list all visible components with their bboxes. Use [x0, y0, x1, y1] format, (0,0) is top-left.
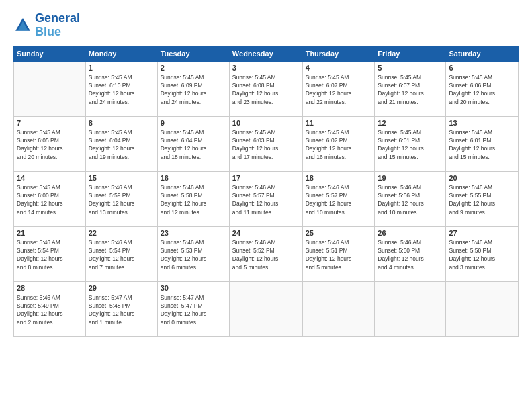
day-number: 24 [232, 229, 300, 237]
calendar-cell: 10Sunrise: 5:45 AMSunset: 6:03 PMDayligh… [229, 116, 302, 171]
calendar-body: 1Sunrise: 5:45 AMSunset: 6:10 PMDaylight… [14, 61, 519, 336]
day-number: 9 [161, 119, 226, 127]
calendar-header: SundayMondayTuesdayWednesdayThursdayFrid… [14, 46, 519, 61]
day-number: 4 [306, 64, 372, 72]
day-number: 28 [17, 284, 83, 292]
day-info: Sunrise: 5:46 AMSunset: 5:50 PMDaylight:… [449, 238, 515, 271]
calendar-cell [446, 281, 519, 336]
calendar-week-row: 1Sunrise: 5:45 AMSunset: 6:10 PMDaylight… [14, 61, 519, 116]
day-number: 19 [378, 174, 443, 182]
header: General Blue [13, 12, 519, 39]
day-number: 22 [89, 229, 154, 237]
day-info: Sunrise: 5:45 AMSunset: 6:07 PMDaylight:… [306, 73, 372, 106]
calendar-cell: 20Sunrise: 5:46 AMSunset: 5:55 PMDayligh… [446, 171, 519, 226]
day-info: Sunrise: 5:46 AMSunset: 5:51 PMDaylight:… [306, 238, 372, 271]
day-info: Sunrise: 5:45 AMSunset: 6:08 PMDaylight:… [232, 73, 300, 106]
calendar-cell [375, 281, 446, 336]
calendar-cell: 2Sunrise: 5:45 AMSunset: 6:09 PMDaylight… [157, 61, 229, 116]
day-info: Sunrise: 5:45 AMSunset: 6:06 PMDaylight:… [449, 73, 515, 106]
day-number: 11 [306, 119, 372, 127]
weekday-header-cell: Tuesday [157, 46, 229, 61]
day-number: 10 [232, 119, 300, 127]
calendar-cell: 4Sunrise: 5:45 AMSunset: 6:07 PMDaylight… [302, 61, 375, 116]
day-info: Sunrise: 5:45 AMSunset: 6:09 PMDaylight:… [161, 73, 226, 106]
calendar-cell: 25Sunrise: 5:46 AMSunset: 5:51 PMDayligh… [302, 226, 375, 281]
day-info: Sunrise: 5:45 AMSunset: 6:04 PMDaylight:… [89, 128, 154, 161]
calendar-cell: 23Sunrise: 5:46 AMSunset: 5:53 PMDayligh… [157, 226, 229, 281]
weekday-header-cell: Wednesday [229, 46, 302, 61]
calendar-cell [14, 61, 86, 116]
calendar-cell: 29Sunrise: 5:47 AMSunset: 5:48 PMDayligh… [85, 281, 157, 336]
day-number: 18 [306, 174, 372, 182]
calendar-cell: 28Sunrise: 5:46 AMSunset: 5:49 PMDayligh… [14, 281, 86, 336]
weekday-header-row: SundayMondayTuesdayWednesdayThursdayFrid… [14, 46, 519, 61]
day-info: Sunrise: 5:45 AMSunset: 6:01 PMDaylight:… [449, 128, 515, 161]
logo: General Blue [13, 12, 80, 39]
day-number: 5 [378, 64, 443, 72]
calendar-cell: 5Sunrise: 5:45 AMSunset: 6:07 PMDaylight… [375, 61, 446, 116]
day-number: 3 [232, 64, 300, 72]
calendar-cell: 14Sunrise: 5:45 AMSunset: 6:00 PMDayligh… [14, 171, 86, 226]
day-number: 25 [306, 229, 372, 237]
day-number: 21 [17, 229, 83, 237]
calendar-cell [302, 281, 375, 336]
weekday-header-cell: Sunday [14, 46, 86, 61]
day-info: Sunrise: 5:45 AMSunset: 6:05 PMDaylight:… [17, 128, 83, 161]
day-number: 17 [232, 174, 300, 182]
day-number: 30 [161, 284, 226, 292]
day-info: Sunrise: 5:45 AMSunset: 6:03 PMDaylight:… [232, 128, 300, 161]
calendar-cell: 15Sunrise: 5:46 AMSunset: 5:59 PMDayligh… [85, 171, 157, 226]
day-number: 1 [89, 64, 154, 72]
weekday-header-cell: Monday [85, 46, 157, 61]
calendar-table: SundayMondayTuesdayWednesdayThursdayFrid… [13, 46, 519, 337]
day-number: 12 [378, 119, 443, 127]
day-info: Sunrise: 5:47 AMSunset: 5:47 PMDaylight:… [161, 293, 226, 326]
day-number: 23 [161, 229, 226, 237]
calendar-cell: 12Sunrise: 5:45 AMSunset: 6:01 PMDayligh… [375, 116, 446, 171]
calendar-cell: 13Sunrise: 5:45 AMSunset: 6:01 PMDayligh… [446, 116, 519, 171]
day-info: Sunrise: 5:46 AMSunset: 5:54 PMDaylight:… [17, 238, 83, 271]
day-info: Sunrise: 5:46 AMSunset: 5:52 PMDaylight:… [232, 238, 300, 271]
day-info: Sunrise: 5:46 AMSunset: 5:56 PMDaylight:… [378, 183, 443, 216]
calendar-week-row: 14Sunrise: 5:45 AMSunset: 6:00 PMDayligh… [14, 171, 519, 226]
calendar-cell: 19Sunrise: 5:46 AMSunset: 5:56 PMDayligh… [375, 171, 446, 226]
day-info: Sunrise: 5:45 AMSunset: 6:07 PMDaylight:… [378, 73, 443, 106]
day-info: Sunrise: 5:46 AMSunset: 5:57 PMDaylight:… [306, 183, 372, 216]
day-number: 8 [89, 119, 154, 127]
calendar-cell: 17Sunrise: 5:46 AMSunset: 5:57 PMDayligh… [229, 171, 302, 226]
calendar-week-row: 7Sunrise: 5:45 AMSunset: 6:05 PMDaylight… [14, 116, 519, 171]
day-info: Sunrise: 5:46 AMSunset: 5:55 PMDaylight:… [449, 183, 515, 216]
day-info: Sunrise: 5:45 AMSunset: 6:02 PMDaylight:… [306, 128, 372, 161]
day-number: 7 [17, 119, 83, 127]
day-info: Sunrise: 5:47 AMSunset: 5:48 PMDaylight:… [89, 293, 154, 326]
calendar-cell: 11Sunrise: 5:45 AMSunset: 6:02 PMDayligh… [302, 116, 375, 171]
calendar-cell: 8Sunrise: 5:45 AMSunset: 6:04 PMDaylight… [85, 116, 157, 171]
calendar-cell: 30Sunrise: 5:47 AMSunset: 5:47 PMDayligh… [157, 281, 229, 336]
calendar-cell: 7Sunrise: 5:45 AMSunset: 6:05 PMDaylight… [14, 116, 86, 171]
day-info: Sunrise: 5:45 AMSunset: 6:01 PMDaylight:… [378, 128, 443, 161]
day-number: 20 [449, 174, 515, 182]
day-info: Sunrise: 5:45 AMSunset: 6:10 PMDaylight:… [89, 73, 154, 106]
day-number: 26 [378, 229, 443, 237]
day-info: Sunrise: 5:46 AMSunset: 5:53 PMDaylight:… [161, 238, 226, 271]
day-number: 13 [449, 119, 515, 127]
calendar-cell: 1Sunrise: 5:45 AMSunset: 6:10 PMDaylight… [85, 61, 157, 116]
day-info: Sunrise: 5:46 AMSunset: 5:49 PMDaylight:… [17, 293, 83, 326]
calendar-cell: 27Sunrise: 5:46 AMSunset: 5:50 PMDayligh… [446, 226, 519, 281]
calendar-cell: 9Sunrise: 5:45 AMSunset: 6:04 PMDaylight… [157, 116, 229, 171]
day-info: Sunrise: 5:45 AMSunset: 6:04 PMDaylight:… [161, 128, 226, 161]
day-number: 16 [161, 174, 226, 182]
weekday-header-cell: Saturday [446, 46, 519, 61]
calendar-cell: 22Sunrise: 5:46 AMSunset: 5:54 PMDayligh… [85, 226, 157, 281]
day-info: Sunrise: 5:46 AMSunset: 5:50 PMDaylight:… [378, 238, 443, 271]
day-info: Sunrise: 5:46 AMSunset: 5:59 PMDaylight:… [89, 183, 154, 216]
calendar-cell: 21Sunrise: 5:46 AMSunset: 5:54 PMDayligh… [14, 226, 86, 281]
weekday-header-cell: Friday [375, 46, 446, 61]
calendar-cell: 26Sunrise: 5:46 AMSunset: 5:50 PMDayligh… [375, 226, 446, 281]
page: General Blue SundayMondayTuesdayWednesda… [0, 0, 532, 411]
logo-text: General Blue [35, 12, 80, 39]
calendar-week-row: 21Sunrise: 5:46 AMSunset: 5:54 PMDayligh… [14, 226, 519, 281]
calendar-week-row: 28Sunrise: 5:46 AMSunset: 5:49 PMDayligh… [14, 281, 519, 336]
day-number: 29 [89, 284, 154, 292]
day-number: 6 [449, 64, 515, 72]
